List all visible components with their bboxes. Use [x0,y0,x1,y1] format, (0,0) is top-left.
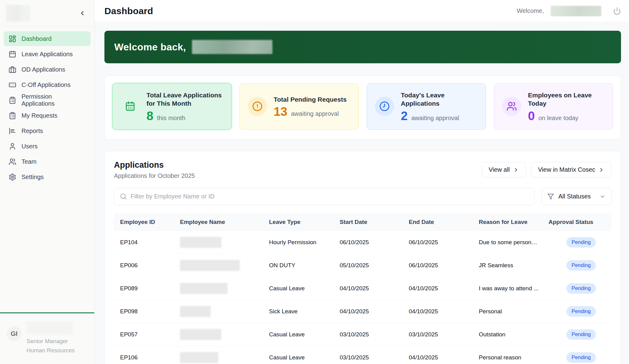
table-header-row: Employee ID Employee Name Leave Type Sta… [114,213,611,231]
table-row[interactable]: EP106 Casual Leave 03/10/2025 04/10/2025… [114,346,611,364]
sidebar-item-label: Dashboard [21,35,52,42]
stat-title: Employees on Leave Today [528,91,605,108]
sidebar-item-dashboard[interactable]: Dashboard [4,31,91,46]
sidebar-item-label: Leave Applications [21,51,73,58]
main-area: Dashboard Welcome, Welcome back, Total L… [95,0,629,364]
user-meta: Senior Manager Human Resources [26,321,75,355]
bar-chart-icon [9,127,16,135]
sidebar-item-users[interactable]: Users [4,139,91,154]
gear-icon [9,173,16,181]
logout-button[interactable] [613,7,621,15]
stat-value: 2 [401,110,408,122]
welcome-banner: Welcome back, [104,31,621,63]
sidebar-item-label: Users [21,143,37,150]
applications-panel: Applications Applications for October 20… [104,151,621,364]
user-role: Senior Manager [26,337,75,346]
applications-subtitle: Applications for October 2025 [114,172,195,179]
stat-value: 0 [528,110,535,122]
status-filter-dropdown[interactable]: All Statuses [541,188,611,205]
search-box [114,188,535,205]
column-header: End Date [403,213,473,231]
column-header: Leave Type [263,213,334,231]
sidebar-header [0,0,94,26]
status-badge: Pending [566,260,596,271]
redacted-employee-name [180,306,211,317]
sidebar-item-label: Reports [21,127,43,135]
sidebar-item-settings[interactable]: Settings [4,170,91,184]
app-logo [6,5,30,22]
column-header: Reason for Leave [473,213,542,231]
welcome-label: Welcome, [517,7,544,14]
column-header: Start Date [334,213,403,231]
card-ellipsis-icon [9,81,16,89]
sidebar: Dashboard Leave Applications OD Applicat… [0,0,95,364]
avatar: GI [7,326,21,341]
stat-card-employees-on-leave[interactable]: Employees on Leave Today 0 on leave toda… [494,83,613,130]
status-badge: Pending [566,329,596,340]
stat-card-total-leave[interactable]: Total Leave Applications for This Month … [112,83,232,130]
sidebar-item-my-requests[interactable]: My Requests [4,108,91,123]
user-department: Human Resources [26,346,75,355]
calendar-icon [9,50,16,58]
sidebar-item-coff-applications[interactable]: C-Off Applications [4,77,91,92]
chevron-left-icon [79,10,86,17]
table-row[interactable]: EP089 Casual Leave 04/10/2025 04/10/2025… [114,277,611,300]
filter-row: All Statuses [114,188,611,205]
stat-caption: this month [157,115,185,122]
briefcase-icon [9,66,16,73]
sidebar-item-reports[interactable]: Reports [4,123,91,138]
sidebar-item-label: My Requests [21,112,57,119]
sidebar-item-label: C-Off Applications [21,81,71,88]
sidebar-collapse-button[interactable] [79,10,86,17]
applications-title: Applications [114,160,195,170]
table-row[interactable]: EP104 Hourly Permission 06/10/2025 06/10… [114,231,611,254]
sidebar-item-label: Settings [21,174,44,181]
status-badge: Pending [566,237,596,248]
status-badge: Pending [566,352,596,363]
status-filter-value: All Statuses [558,193,591,200]
power-icon [613,7,621,15]
user-icon [9,143,16,150]
sidebar-item-leave-applications[interactable]: Leave Applications [4,47,91,61]
stat-caption: awaiting approval [411,115,459,122]
banner-greeting: Welcome back, [114,41,186,53]
stats-panel: Total Leave Applications for This Month … [104,76,621,140]
status-badge: Pending [566,283,596,294]
stat-card-todays-leave[interactable]: Today's Leave Applications 2 awaiting ap… [367,83,486,130]
sidebar-item-label: Permission Applications [21,93,86,107]
view-in-matrix-cosec-button[interactable]: View in Matrix Cosec [531,162,611,178]
table-row[interactable]: EP006 ON DUTY 05/10/2025 06/10/2025 JR S… [114,254,611,277]
column-header: Approval Status [542,213,611,231]
employee-filter-input[interactable] [131,193,529,200]
redacted-employee-name [180,237,221,248]
stat-caption: on leave today [538,115,578,122]
column-header: Employee Name [174,213,263,231]
chevron-right-icon [598,167,604,173]
sidebar-item-label: Team [21,158,37,165]
calendar-icon [121,97,140,116]
clipboard-list-icon [9,96,16,104]
stat-title: Total Pending Requests [274,95,347,104]
stat-card-pending-requests[interactable]: Total Pending Requests 13 awaiting appro… [240,83,359,130]
alert-circle-icon [248,97,267,116]
sidebar-user-section: GI Senior Manager Human Resources [0,312,94,364]
page-title: Dashboard [104,6,153,16]
top-header: Dashboard Welcome, [95,0,629,22]
sidebar-item-permission-applications[interactable]: Permission Applications [4,93,91,108]
applications-table: Employee ID Employee Name Leave Type Sta… [114,213,611,364]
sidebar-item-team[interactable]: Team [4,154,91,169]
chevron-right-icon [513,167,519,173]
filter-funnel-icon [547,193,554,200]
sidebar-item-od-applications[interactable]: OD Applications [4,62,91,77]
view-all-button[interactable]: View all [482,162,526,178]
sidebar-nav: Dashboard Leave Applications OD Applicat… [0,26,94,189]
content: Welcome back, Total Leave Applications f… [95,22,629,364]
chevron-down-icon [600,194,606,200]
redacted-employee-name [180,352,218,363]
users-icon [9,158,16,166]
status-badge: Pending [566,306,596,317]
clock-icon [375,97,394,116]
clipboard-list-icon [9,112,16,119]
table-row[interactable]: EP057 Casual Leave 03/10/2025 03/10/2025… [114,323,611,346]
table-row[interactable]: EP098 Sick Leave 04/10/2025 04/10/2025 P… [114,300,611,323]
